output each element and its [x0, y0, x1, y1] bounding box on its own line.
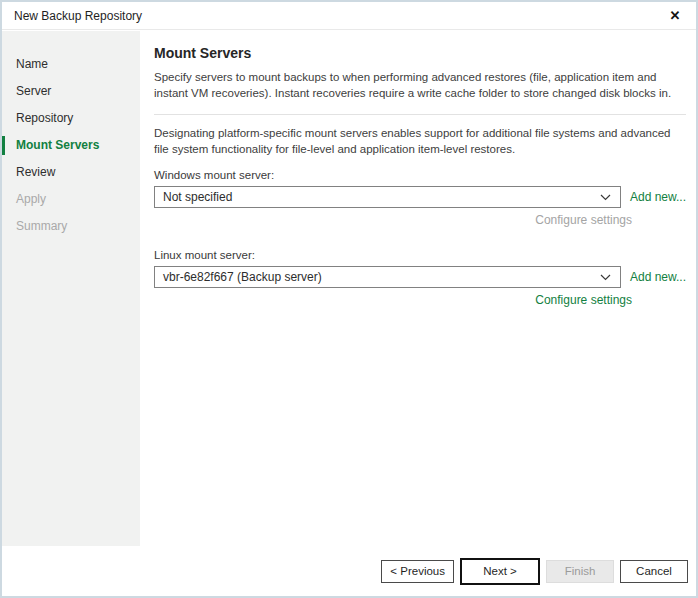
sidebar-item-label: Mount Servers — [16, 138, 99, 152]
windows-mount-server-select[interactable]: Not specified — [154, 186, 621, 208]
windows-configure-settings-link: Configure settings — [154, 213, 632, 227]
active-step-indicator — [2, 136, 5, 155]
finish-button: Finish — [546, 560, 614, 583]
sidebar-item-summary: Summary — [2, 213, 140, 240]
mount-servers-note: Designating platform-specific mount serv… — [154, 126, 686, 157]
wizard-steps-sidebar: Name Server Repository Mount Servers Rev… — [2, 31, 140, 548]
chevron-down-icon — [600, 274, 611, 281]
windows-mount-server-value: Not specified — [163, 190, 232, 204]
windows-mount-server-label: Windows mount server: — [154, 169, 686, 181]
linux-add-new-link[interactable]: Add new... — [630, 270, 686, 284]
sidebar-item-mount-servers[interactable]: Mount Servers — [2, 132, 140, 159]
sidebar-item-server[interactable]: Server — [2, 78, 140, 105]
previous-button[interactable]: < Previous — [381, 560, 454, 583]
page-title: Mount Servers — [154, 45, 686, 61]
linux-configure-settings-link[interactable]: Configure settings — [154, 293, 632, 307]
sidebar-item-label: Apply — [16, 192, 46, 206]
next-button[interactable]: Next > — [460, 558, 540, 585]
page-description: Specify servers to mount backups to when… — [154, 70, 686, 101]
linux-mount-server-value: vbr-6e82f667 (Backup server) — [163, 270, 322, 284]
sidebar-item-label: Summary — [16, 219, 67, 233]
window-title: New Backup Repository — [14, 9, 142, 23]
linux-mount-server-select[interactable]: vbr-6e82f667 (Backup server) — [154, 266, 621, 288]
sidebar-item-label: Name — [16, 57, 48, 71]
sidebar-item-label: Review — [16, 165, 55, 179]
linux-mount-server-label: Linux mount server: — [154, 249, 686, 261]
wizard-footer: < Previous Next > Finish Cancel — [2, 546, 696, 596]
section-divider — [154, 114, 686, 115]
chevron-down-icon — [600, 194, 611, 201]
sidebar-item-apply: Apply — [2, 186, 140, 213]
title-bar: New Backup Repository ✕ — [2, 2, 696, 30]
linux-mount-server-row: vbr-6e82f667 (Backup server) Add new... — [154, 266, 686, 288]
main-content: Mount Servers Specify servers to mount b… — [154, 31, 686, 307]
close-icon[interactable]: ✕ — [666, 7, 684, 25]
sidebar-item-label: Repository — [16, 111, 73, 125]
sidebar-item-repository[interactable]: Repository — [2, 105, 140, 132]
cancel-button[interactable]: Cancel — [620, 560, 688, 583]
windows-add-new-link[interactable]: Add new... — [630, 190, 686, 204]
sidebar-item-label: Server — [16, 84, 51, 98]
new-backup-repository-dialog: New Backup Repository ✕ Name Server Repo… — [0, 0, 698, 598]
windows-mount-server-row: Not specified Add new... — [154, 186, 686, 208]
sidebar-item-name[interactable]: Name — [2, 51, 140, 78]
sidebar-item-review[interactable]: Review — [2, 159, 140, 186]
